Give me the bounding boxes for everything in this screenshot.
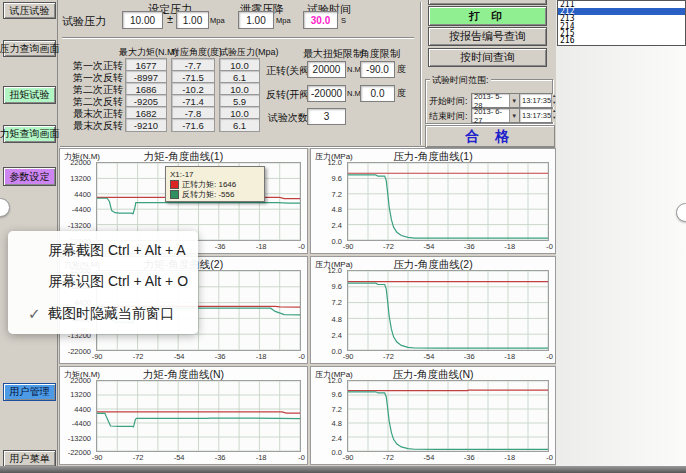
sidebar-item-torque-query[interactable]: 力矩查询画面 [3,125,56,143]
ytick: 9.6 [332,390,342,399]
menu-item-screen-capture-label: 屏幕截图 Ctrl + Alt + A [48,242,186,260]
ytick: 12.0 [327,158,342,167]
ytick: 0.0 [332,448,342,457]
end-date-combo[interactable]: 2013- 6-27 ▼ [471,108,520,123]
sidebar-item-torque-test[interactable]: 扭矩试验 [3,86,56,104]
ytick: 2.4 [332,221,342,230]
start-time-spinner[interactable]: 13:17:35 ▲▼ [519,93,552,108]
tooltip-legend-row: 反转力矩: -556 [170,189,260,199]
sidebar-item-user-management[interactable]: 用户管理 [3,383,56,401]
ytick: -13200 [68,221,91,230]
query-by-time-button[interactable]: 按时间查询 [428,48,547,67]
screenshot-context-menu: 屏幕截图 Ctrl + Alt + A 屏幕识图 Ctrl + Alt + O … [8,231,198,334]
limit-forward-label: 正转(关阀) [266,64,313,78]
ytick: 7.2 [332,189,342,198]
legend-swatch-icon [170,180,179,189]
report-list-item[interactable]: 214 [558,23,685,30]
ytick: -22000 [68,347,91,356]
limit-forward-angle-input[interactable]: -90.0 [360,61,395,78]
chart-xticks: -90-72-54-36-18-0 [96,352,301,363]
chart-torque-angle-N: 力矩(N.M)力矩-角度曲线(N)22000132004400-4400-132… [59,366,308,465]
xtick: -72 [133,453,144,462]
xtick: -18 [504,242,515,251]
xtick: -72 [383,242,394,251]
sidebar-item-pressure-test[interactable]: 试压试验 [3,2,56,19]
plus-minus-label: ± [167,13,173,25]
ytick: 9.6 [332,173,342,182]
cut-off-button[interactable] [428,0,547,5]
limit-forward-torque-input[interactable]: 20000 [307,61,346,78]
sidebar-item-parameter-settings[interactable]: 参数设定 [3,167,56,186]
window-bottom-edge [0,466,686,473]
report-number-list: 211212213214215216 [557,0,686,46]
xtick: -36 [464,352,475,361]
ytick: 13200 [70,173,91,182]
chart-xticks: -90-72-54-36-18-0 [347,453,549,464]
app-window: 试压试验 压力查询画面 扭矩试验 力矩查询画面 参数设定 用户管理 用户菜单 设… [0,0,686,473]
xtick: -54 [174,352,185,361]
start-date-dropdown-icon[interactable]: ▼ [509,94,520,107]
limit-reverse-torque-input[interactable]: -20000 [307,85,346,102]
sidebar-item-user-menu[interactable]: 用户菜单 [3,450,56,467]
report-list-item[interactable]: 216 [558,37,685,44]
sidebar-item-pressure-query[interactable]: 压力查询画面 [3,40,56,57]
tooltip-legend-text: 反转力矩: -556 [182,189,234,200]
xtick: -72 [133,352,144,361]
report-list-item[interactable]: 212 [558,8,685,15]
start-time-value: 13:17:35 [522,96,551,105]
print-button[interactable]: 打 印 [428,6,547,26]
ytick: 22000 [70,158,91,167]
xtick: -90 [92,453,103,462]
end-date-dropdown-icon[interactable]: ▼ [509,109,520,122]
xtick: -36 [464,242,475,251]
measure-cell-torque: -9210 [125,118,167,132]
chart-pressure-angle-2: 压力(MPa)压力-角度曲线(2)12.09.67.24.82.40.0-90-… [310,256,556,364]
ytick: 0.0 [332,347,342,356]
chart-pressure-angle-N: 压力(MPa)压力-角度曲线(N)12.09.67.24.82.40.0-90-… [310,366,556,465]
chart-yticks: 22000132004400-4400-13200-22000 [60,380,94,452]
query-by-report-button[interactable]: 按报告编号查询 [428,27,547,46]
menu-item-hide-window[interactable]: ✓ 截图时隐藏当前窗口 [8,300,198,328]
menu-item-screen-ocr-label: 屏幕识图 Ctrl + Alt + O [48,273,188,291]
report-list-item[interactable]: 213 [558,15,685,22]
test-count-input[interactable]: 3 [307,108,346,125]
ytick: 4.8 [332,314,342,323]
end-time-label: 结束时间: [429,110,468,123]
limit-reverse-angle-input[interactable]: 0.0 [360,85,395,102]
ytick: 2.4 [332,330,342,339]
measure-cell-pressure: 6.1 [219,118,260,132]
seconds-unit: S [341,16,346,25]
xtick: -0 [298,453,305,462]
test-pressure-label: 试验压力 [62,14,106,29]
xtick: -18 [504,453,515,462]
ytick: 12.0 [327,266,342,275]
xtick: -36 [215,453,226,462]
tooltip-legend-row: 正转力矩: 1646 [170,179,260,189]
xtick: -54 [174,453,185,462]
menu-item-screen-capture[interactable]: 屏幕截图 Ctrl + Alt + A [8,237,198,265]
ytick: 12.0 [327,376,342,385]
limit-header-torque: 最大扭矩限制 [303,47,363,61]
xtick: -0 [546,453,553,462]
leak-drop-input[interactable]: 1.00 [238,11,274,29]
menu-item-screen-ocr[interactable]: 屏幕识图 Ctrl + Alt + O [8,268,198,296]
ytick: 7.2 [332,404,342,413]
chart-plot-area [347,270,549,351]
ytick: 9.6 [332,282,342,291]
xtick: -90 [343,453,354,462]
right-panel: 211212213214215216 [556,0,686,466]
ytick: 4.8 [332,205,342,214]
mpa-unit-1: Mpa [210,16,225,25]
tooltip-x-value: X1:-17 [170,169,260,179]
query-divider [420,2,422,145]
tolerance-input[interactable]: 1.00 [176,11,209,29]
chart-pressure-angle-1: 压力(MPa)压力-角度曲线(1)12.09.67.24.82.40.0-90-… [310,148,556,254]
time-range-label: 试验时间范围: [430,74,491,87]
report-list-item[interactable]: 215 [558,30,685,37]
test-time-input[interactable]: 30.0 [303,11,338,29]
start-time-label: 开始时间: [429,95,468,108]
test-pressure-input[interactable]: 10.00 [122,11,163,29]
ytick: 13200 [70,390,91,399]
end-time-spinner[interactable]: 13:17:35 ▲▼ [519,108,552,123]
report-list-item[interactable]: 211 [558,1,685,8]
